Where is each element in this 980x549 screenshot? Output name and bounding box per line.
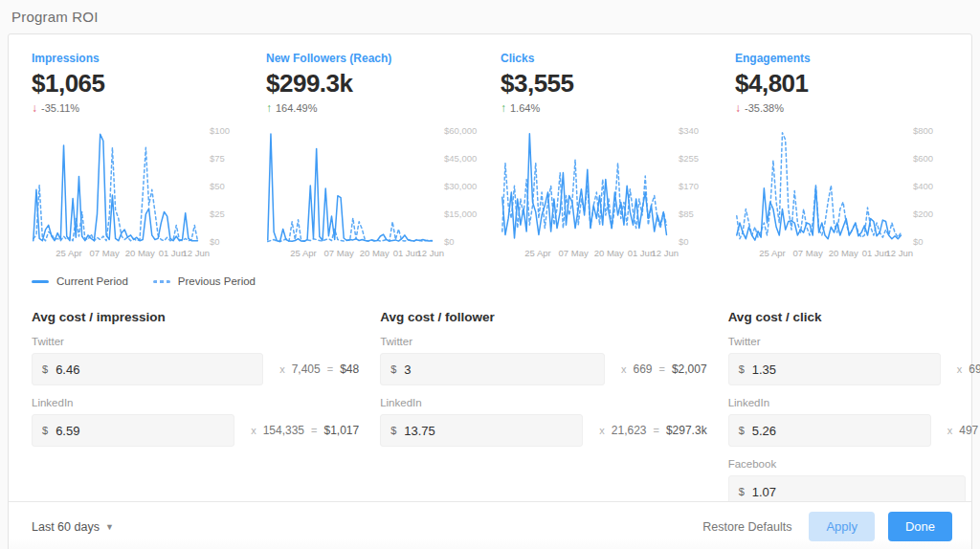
- equals-operator: =: [321, 363, 340, 375]
- y-tick-label: $0: [444, 237, 479, 247]
- cost-calculation: x 7,405 = $48: [273, 362, 359, 376]
- metric-label: New Followers (Reach): [266, 52, 479, 65]
- currency-symbol: $: [390, 363, 396, 375]
- result-value: $1,017: [323, 424, 359, 437]
- y-tick-label: $170: [679, 182, 714, 191]
- chart-canvas: [32, 126, 201, 247]
- cost-value-input[interactable]: [56, 424, 224, 438]
- x-axis-labels: 25 Apr07 May20 May01 Jun12 Jun: [32, 248, 201, 260]
- cost-input-box[interactable]: $: [380, 353, 605, 385]
- metric-delta-text: -35.38%: [745, 102, 784, 114]
- cost-section: Avg cost / click Twitter $ x 693 = $936 …: [728, 310, 980, 508]
- cost-input-box[interactable]: $: [32, 414, 234, 447]
- cost-value-input[interactable]: [404, 424, 572, 438]
- chart-plot-area: 25 Apr07 May20 May01 Jun12 Jun: [32, 126, 201, 260]
- metric-label: Engagements: [735, 52, 948, 65]
- cost-section-title: Avg cost / follower: [380, 310, 706, 324]
- y-tick-label: $0: [679, 237, 714, 247]
- y-tick-label: $0: [913, 237, 948, 247]
- metric-column: Clicks $3,555 ↑ 1.64% 25 Apr07 May20 May…: [501, 52, 714, 260]
- legend-label: Previous Period: [178, 275, 256, 287]
- currency-symbol: $: [739, 363, 745, 375]
- done-button[interactable]: Done: [888, 512, 952, 541]
- metric-column: New Followers (Reach) $299.3k ↑ 164.49% …: [266, 52, 479, 260]
- y-tick-label: $75: [210, 154, 245, 164]
- x-tick-label: 07 May: [559, 248, 589, 258]
- metric-delta-text: 1.64%: [510, 102, 540, 114]
- chart-plot-area: 25 Apr07 May20 May01 Jun12 Jun: [735, 126, 904, 260]
- multiplier-value: 154,335: [263, 424, 304, 437]
- trend-down-icon: ↓: [32, 101, 37, 115]
- solid-line-icon: [32, 280, 49, 283]
- previous-period-line: [33, 147, 198, 241]
- chart-canvas: [501, 126, 670, 247]
- y-tick-label: $200: [913, 209, 948, 219]
- sparkline-chart: 25 Apr07 May20 May01 Jun12 Jun $60,000$4…: [266, 126, 479, 260]
- apply-button[interactable]: Apply: [809, 512, 875, 541]
- y-axis-labels: $800$600$400$200$0: [904, 126, 948, 247]
- y-tick-label: $30,000: [444, 182, 479, 191]
- metric-value: $3,555: [501, 69, 714, 98]
- x-axis-labels: 25 Apr07 May20 May01 Jun12 Jun: [735, 248, 904, 260]
- y-tick-label: $15,000: [444, 209, 479, 219]
- cost-section-title: Avg cost / impression: [32, 310, 359, 324]
- legend-current-period: Current Period: [32, 275, 128, 287]
- chart-plot-area: 25 Apr07 May20 May01 Jun12 Jun: [266, 126, 435, 260]
- cost-value-input[interactable]: [56, 362, 253, 377]
- cost-value-input[interactable]: [404, 362, 594, 377]
- metric-label: Impressions: [32, 52, 245, 65]
- y-tick-label: $85: [679, 209, 714, 219]
- chart-canvas: [266, 126, 435, 247]
- metric-delta: ↓ -35.11%: [32, 101, 245, 115]
- y-tick-label: $25: [210, 209, 245, 219]
- cost-row: $ x 21,623 = $297.3k: [380, 414, 706, 447]
- multiply-operator: x: [975, 486, 980, 497]
- x-tick-label: 12 Jun: [182, 248, 210, 258]
- cost-calculation: x 669 = $2,007: [614, 362, 707, 376]
- multiply-operator: x: [941, 425, 960, 436]
- metric-delta-text: 164.49%: [276, 102, 317, 114]
- multiplier-value: 693: [969, 362, 980, 376]
- cost-value-input[interactable]: [752, 485, 956, 499]
- y-tick-label: $50: [210, 182, 245, 191]
- cost-value-input[interactable]: [752, 362, 930, 377]
- cost-input-box[interactable]: $: [380, 414, 583, 447]
- cost-value-input[interactable]: [752, 424, 921, 438]
- current-period-line: [33, 134, 198, 240]
- metric-delta: ↓ -35.38%: [735, 101, 948, 115]
- equals-operator: =: [304, 425, 323, 436]
- trend-up-icon: ↑: [501, 101, 506, 115]
- y-tick-label: $400: [913, 182, 948, 191]
- platform-label-linkedin: LinkedIn: [32, 397, 359, 408]
- result-value: $48: [340, 362, 359, 376]
- currency-symbol: $: [42, 363, 48, 375]
- y-axis-labels: $60,000$45,000$30,000$15,000$0: [435, 126, 479, 247]
- x-tick-label: 20 May: [360, 248, 390, 258]
- platform-label-facebook: Facebook: [728, 458, 980, 470]
- x-tick-label: 12 Jun: [416, 248, 444, 258]
- y-tick-label: $600: [913, 154, 948, 164]
- multiply-operator: x: [592, 425, 612, 436]
- cost-input-box[interactable]: $: [32, 353, 263, 385]
- cost-input-box[interactable]: $: [728, 353, 941, 385]
- x-tick-label: 25 Apr: [290, 248, 316, 258]
- current-period-line: [737, 187, 902, 240]
- multiplier-value: 669: [633, 362, 652, 376]
- cost-sections-grid: Avg cost / impression Twitter $ x 7,405 …: [32, 310, 948, 508]
- cost-calculation: x 5 = $5: [975, 485, 980, 498]
- page-title: Program ROI: [11, 9, 99, 25]
- cost-input-box[interactable]: $: [728, 414, 931, 447]
- platform-label-twitter: Twitter: [32, 336, 359, 347]
- cost-section: Avg cost / impression Twitter $ x 7,405 …: [32, 310, 359, 508]
- x-tick-label: 20 May: [125, 248, 155, 258]
- y-axis-labels: $100$75$50$25$0: [201, 126, 245, 247]
- trend-up-icon: ↑: [266, 101, 272, 115]
- x-tick-label: 12 Jun: [651, 248, 679, 258]
- restore-defaults-button[interactable]: Restore Defaults: [699, 513, 795, 541]
- currency-symbol: $: [739, 425, 745, 436]
- cost-row: $ x 693 = $936: [728, 353, 980, 385]
- equals-operator: =: [646, 425, 665, 436]
- date-range-dropdown[interactable]: Last 60 days ▼: [32, 512, 114, 542]
- dashed-line-icon: [153, 280, 170, 283]
- sparkline-chart: 25 Apr07 May20 May01 Jun12 Jun $800$600$…: [735, 126, 948, 260]
